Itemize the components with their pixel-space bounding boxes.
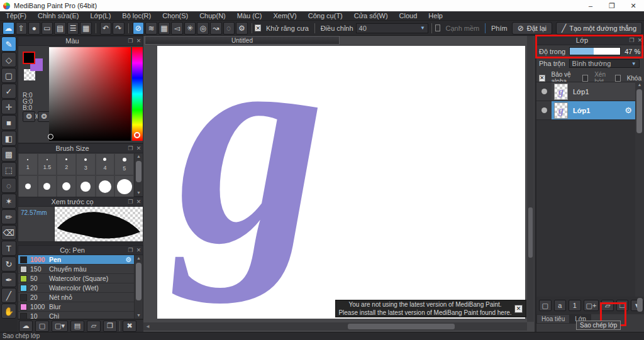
brush-row-pen[interactable]: 1000 Pen ⚙ xyxy=(18,255,134,265)
brush-list-scrollbar[interactable]: ▲ ▼ xyxy=(134,255,143,319)
select-pen-tool[interactable]: ✏ xyxy=(1,209,16,224)
reset-button[interactable]: ⊘ Đặt lại xyxy=(512,22,552,35)
snap-curve-icon[interactable]: ↝ xyxy=(210,22,222,35)
palette-icon[interactable]: ❂ xyxy=(23,111,35,122)
tab-navigator[interactable]: Hoa tiêu xyxy=(536,314,570,324)
menu-window[interactable]: Cửa sổ(W) xyxy=(348,12,394,19)
menu-filter[interactable]: Bộ lọc(R) xyxy=(116,12,157,19)
publish-icon[interactable]: ⇧ xyxy=(16,22,28,35)
gradient-tool[interactable]: ▩ xyxy=(1,146,16,162)
foreground-color-swatch[interactable] xyxy=(23,52,35,64)
popout-icon[interactable]: ❐ xyxy=(126,247,135,253)
fill-rect-tool[interactable]: ■ xyxy=(1,115,16,130)
menu-help[interactable]: Help xyxy=(423,12,448,19)
canvas-vertical-scrollbar[interactable] xyxy=(527,36,534,322)
brush-row[interactable]: 20 Nét nhỏ xyxy=(18,293,134,302)
hue-cursor[interactable] xyxy=(134,132,140,138)
close-icon[interactable]: ✕ xyxy=(636,37,644,43)
gear-icon[interactable]: ⚙ xyxy=(125,256,131,264)
brush-size-cell[interactable] xyxy=(96,175,115,197)
snap-settings-icon[interactable]: ⚙ xyxy=(236,22,248,35)
brush-size-cell[interactable] xyxy=(114,175,134,197)
layer-list-scrollbar[interactable]: ▲ ▼ xyxy=(635,82,644,305)
sv-cursor[interactable] xyxy=(48,134,53,140)
select-eraser-tool[interactable]: ⌫ xyxy=(1,225,16,240)
palette-add-icon[interactable]: ❂ xyxy=(38,111,50,122)
brush-size-cell[interactable] xyxy=(57,175,76,197)
brush-row[interactable]: 20 Watercolor (Wet) xyxy=(18,283,134,293)
close-icon[interactable]: ✕ xyxy=(135,38,143,44)
brush-size-3[interactable]: 3 xyxy=(76,153,96,175)
dot-pen-tool[interactable]: ✓ xyxy=(1,84,16,99)
brush-row[interactable]: 50 Watercolor (Square) xyxy=(18,274,134,283)
brush-size-2[interactable]: 2 xyxy=(57,153,76,175)
cloud-save-icon[interactable]: ☁ xyxy=(3,22,14,35)
menu-tools[interactable]: Công cụ(T) xyxy=(303,12,348,19)
comment-lines-icon[interactable]: ▭ xyxy=(42,22,53,35)
layer-row-selected[interactable]: g Lớp1 ⚙ xyxy=(536,101,636,120)
saturation-value-picker[interactable] xyxy=(49,47,131,141)
new-brush-menu-icon[interactable]: ▢▾ xyxy=(52,321,68,332)
brush-tool[interactable]: ✎ xyxy=(1,36,16,52)
close-icon[interactable]: ✕ xyxy=(135,145,143,151)
popout-icon[interactable]: ❐ xyxy=(126,145,135,151)
visibility-toggle[interactable] xyxy=(536,82,552,101)
adjust-dropdown[interactable]: 40 ▼ xyxy=(356,23,428,33)
scroll-up-icon[interactable]: ▲ xyxy=(635,82,644,88)
copy-layer-icon[interactable]: ❐ xyxy=(616,300,629,311)
menu-color[interactable]: Màu (C) xyxy=(231,12,268,19)
brush-size-cell[interactable] xyxy=(38,175,57,197)
scroll-up-icon[interactable]: ▲ xyxy=(135,255,143,261)
brush-size-1.5[interactable]: 1.5 xyxy=(38,153,57,175)
folder-icon[interactable]: ▱ xyxy=(87,321,101,332)
document-icon[interactable]: ▤ xyxy=(54,22,66,35)
shape-brush-tool[interactable]: ▢ xyxy=(1,68,16,83)
blend-dropdown[interactable]: Bình thường ▼ xyxy=(569,59,640,68)
new-1bit-layer-icon[interactable]: 1 xyxy=(569,300,581,311)
folder-icon[interactable]: ▱ xyxy=(601,300,614,311)
menu-select[interactable]: Chọn(S) xyxy=(157,12,194,19)
layer-row[interactable]: g Lớp1 xyxy=(536,82,636,101)
scroll-thumb[interactable] xyxy=(528,207,533,258)
visibility-toggle[interactable] xyxy=(536,101,552,119)
lock-checkbox[interactable] xyxy=(615,75,621,82)
hue-slider[interactable] xyxy=(132,47,143,141)
bucket-tool[interactable]: ◧ xyxy=(1,131,16,146)
trash-icon[interactable]: ✖ xyxy=(123,321,136,332)
comment-icon[interactable]: ● xyxy=(28,22,40,35)
popout-icon[interactable]: ❐ xyxy=(126,199,135,205)
scroll-left-icon[interactable]: ◄ xyxy=(143,324,152,329)
scroll-thumb[interactable] xyxy=(136,263,142,300)
divide-tool[interactable]: ╱ xyxy=(1,288,16,303)
minimize-icon[interactable]: – xyxy=(580,0,601,11)
menu-layer[interactable]: Lớp(L) xyxy=(84,12,116,19)
scroll-thumb[interactable] xyxy=(637,298,643,312)
scroll-up-icon[interactable]: ▲ xyxy=(135,153,143,160)
cloud-download-icon[interactable]: ☁ xyxy=(19,321,33,332)
clip-checkbox[interactable] xyxy=(582,75,588,82)
snap-ellipse-icon[interactable]: ◌ xyxy=(223,22,235,35)
duplicate-icon[interactable]: ❐ xyxy=(103,321,117,332)
scroll-thumb[interactable] xyxy=(348,324,455,329)
scroll-thumb[interactable] xyxy=(636,89,642,133)
material-icon[interactable]: ▦ xyxy=(80,22,92,35)
soft-edge-checkbox[interactable] xyxy=(435,25,441,31)
new-brush-icon[interactable]: ▢ xyxy=(35,321,49,332)
new-layer-icon[interactable]: ▢ xyxy=(539,300,552,311)
protect-alpha-checkbox[interactable] xyxy=(539,75,545,82)
menu-file[interactable]: Tệp(F) xyxy=(0,12,32,19)
close-icon[interactable]: ✕ xyxy=(623,0,644,11)
canvas-horizontal-scrollbar[interactable]: ◄ xyxy=(143,322,527,331)
canvas-tab[interactable]: Untitled xyxy=(145,36,340,45)
text-tool[interactable]: T xyxy=(1,241,16,256)
brush-size-1[interactable]: 1 xyxy=(18,153,38,175)
scroll-down-icon[interactable]: ▼ xyxy=(135,312,143,319)
popout-icon[interactable]: ❐ xyxy=(628,37,636,43)
new-8bit-layer-icon[interactable]: a xyxy=(554,300,567,311)
brush-script-icon[interactable]: ▤ xyxy=(70,321,84,332)
select-rect-tool[interactable]: ⬚ xyxy=(1,162,16,177)
straight-line-button[interactable]: ╱ Tạo một đường thẳng xyxy=(556,22,642,35)
list-icon[interactable]: ☰ xyxy=(67,22,79,35)
scroll-down-icon[interactable]: ▼ xyxy=(135,190,143,196)
close-icon[interactable]: ✕ xyxy=(514,305,523,313)
